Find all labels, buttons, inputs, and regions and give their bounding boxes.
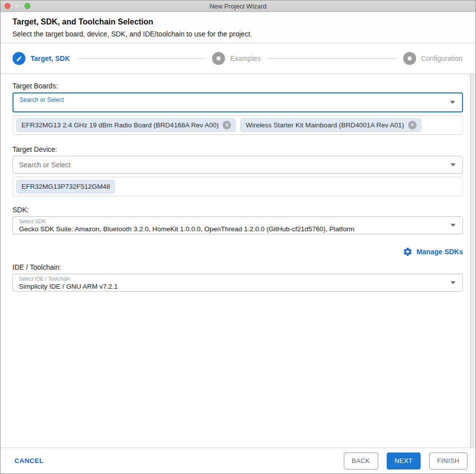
titlebar: New Project Wizard [0,0,476,12]
target-device-chips: EFR32MG13P732F512GM48 [12,177,463,196]
target-device-input[interactable]: Search or Select [12,156,463,174]
page-title: Target, SDK, and Toolchain Selection [12,16,464,27]
new-project-wizard-window: New Project Wizard Target, SDK, and Tool… [0,0,476,474]
wizard-stepper: Target, SDK Examples Configuration [0,43,476,74]
wizard-footer: CANCEL BACK NEXT FINISH [0,448,476,474]
manage-sdks-row: Manage SDKs [12,247,463,257]
step-dot-icon [212,52,225,65]
target-boards-input[interactable]: Search or Select [12,92,463,112]
traffic-lights [4,3,30,9]
chip-label: EFR32MG13 2.4 GHz 19 dBm Radio Board (BR… [21,121,219,129]
step-configuration[interactable]: Configuration [403,52,463,65]
pencil-icon [12,52,25,65]
step-target-sdk[interactable]: Target, SDK [12,52,70,65]
wizard-header: Target, SDK, and Toolchain Selection Sel… [0,12,476,43]
cancel-button[interactable]: CANCEL [12,453,45,470]
ide-toolchain-label: IDE / Toolchain: [12,263,463,271]
chip-label: Wireless Starter Kit Mainboard (BRD4001A… [245,121,404,129]
caret-down-icon [451,163,456,166]
target-boards-placeholder: Search or Select [19,96,64,103]
next-button[interactable]: NEXT [387,453,421,470]
sdk-field-label: Select SDK [19,218,46,225]
ide-field-label: Select IDE / Toolchain [19,276,70,282]
caret-down-icon [451,224,456,227]
back-button[interactable]: BACK [344,453,378,470]
ide-toolchain-select[interactable]: Select IDE / Toolchain Simplicity IDE / … [12,274,463,292]
gear-icon [403,247,413,257]
chip-label: EFR32MG13P732F512GM48 [21,183,110,190]
chip-remove-icon[interactable]: × [223,121,231,129]
close-window-button[interactable] [4,3,10,9]
sdk-value: Gecko SDK Suite: Amazon, Bluetooth 3.2.0… [19,225,354,233]
target-device-label: Target Device: [12,145,463,153]
step-dot-icon [403,52,416,65]
step-label: Examples [230,54,260,62]
step-label: Configuration [421,54,463,62]
page-subtitle: Select the target board, device, SDK, an… [12,29,464,38]
minimize-window-button [14,3,20,9]
target-boards-label: Target Boards: [12,82,463,90]
target-device-placeholder: Search or Select [19,161,71,169]
finish-button[interactable]: FINISH [429,453,468,470]
sdk-label: SDK: [12,206,463,214]
stepper-connector [268,58,396,59]
stepper-connector [77,58,205,59]
zoom-window-button[interactable] [24,3,30,9]
sdk-select[interactable]: Select SDK Gecko SDK Suite: Amazon, Blue… [12,216,463,234]
scrollbar-track[interactable] [470,74,476,448]
caret-down-icon [450,101,455,104]
caret-down-icon [451,281,456,284]
target-boards-chips: EFR32MG13 2.4 GHz 19 dBm Radio Board (BR… [12,115,463,135]
step-label: Target, SDK [30,54,70,62]
board-chip: EFR32MG13 2.4 GHz 19 dBm Radio Board (BR… [16,118,236,132]
wizard-form: Target Boards: Search or Select EFR32MG1… [0,74,470,448]
ide-value: Simplicity IDE / GNU ARM v7.2.1 [19,282,118,291]
board-chip: Wireless Starter Kit Mainboard (BRD4001A… [240,118,421,132]
window-title: New Project Wizard [210,2,266,10]
chip-remove-icon[interactable]: × [408,121,417,129]
manage-sdks-link[interactable]: Manage SDKs [417,248,463,256]
step-examples[interactable]: Examples [212,52,260,65]
device-chip: EFR32MG13P732F512GM48 [16,180,115,193]
